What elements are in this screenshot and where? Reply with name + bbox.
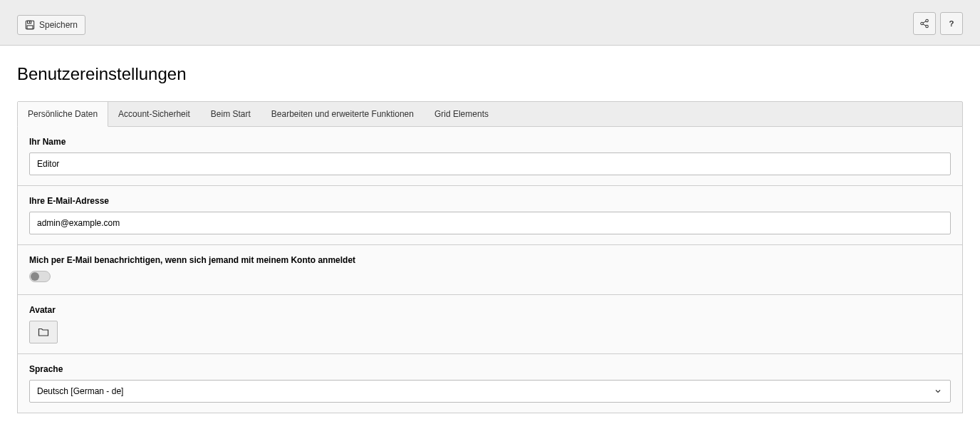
page-title: Benutzereinstellungen [17, 64, 963, 84]
email-label: Ihre E-Mail-Adresse [29, 196, 951, 206]
svg-point-6 [926, 25, 929, 28]
tab-panel-personal-data: Ihr Name Ihre E-Mail-Adresse Mich per E-… [17, 127, 963, 413]
toolbar-left: Speichern [17, 6, 85, 39]
svg-point-5 [921, 22, 924, 25]
avatar-browse-button[interactable] [29, 321, 58, 343]
notify-toggle[interactable] [29, 271, 51, 282]
save-button[interactable]: Speichern [17, 15, 85, 35]
toolbar-right: ? [913, 6, 963, 39]
tab-nav: Persönliche Daten Account-Sicherheit Bei… [17, 101, 963, 127]
module-docheader: Speichern ? [0, 0, 980, 46]
language-select[interactable] [29, 380, 951, 403]
svg-line-8 [923, 24, 926, 26]
notify-label: Mich per E-Mail benachrichtigen, wenn si… [29, 255, 951, 265]
svg-rect-2 [27, 26, 33, 29]
field-language: Sprache [18, 354, 962, 413]
svg-point-4 [926, 19, 929, 22]
help-button[interactable]: ? [940, 12, 963, 35]
field-notify-login: Mich per E-Mail benachrichtigen, wenn si… [18, 245, 962, 295]
help-icon: ? [947, 19, 956, 29]
name-label: Ihr Name [29, 137, 951, 147]
svg-text:?: ? [949, 19, 954, 28]
tab-startup[interactable]: Beim Start [201, 102, 261, 126]
field-avatar: Avatar [18, 295, 962, 354]
tab-personal-data[interactable]: Persönliche Daten [18, 102, 108, 127]
field-name: Ihr Name [18, 127, 962, 186]
language-label: Sprache [29, 364, 951, 374]
folder-icon [38, 326, 49, 338]
tab-account-security[interactable]: Account-Sicherheit [108, 102, 201, 126]
share-button[interactable] [913, 12, 936, 35]
name-input[interactable] [29, 152, 951, 175]
toggle-knob [31, 272, 39, 281]
field-email: Ihre E-Mail-Adresse [18, 186, 962, 245]
email-field[interactable] [29, 212, 951, 234]
share-icon [919, 19, 929, 29]
tab-edit-advanced[interactable]: Bearbeiten und erweiterte Funktionen [261, 102, 424, 126]
tab-grid-elements[interactable]: Grid Elements [424, 102, 499, 126]
module-body: Benutzereinstellungen Persönliche Daten … [0, 46, 980, 424]
avatar-label: Avatar [29, 305, 951, 315]
save-label: Speichern [39, 20, 78, 30]
save-icon [25, 20, 35, 30]
svg-line-7 [923, 21, 926, 23]
